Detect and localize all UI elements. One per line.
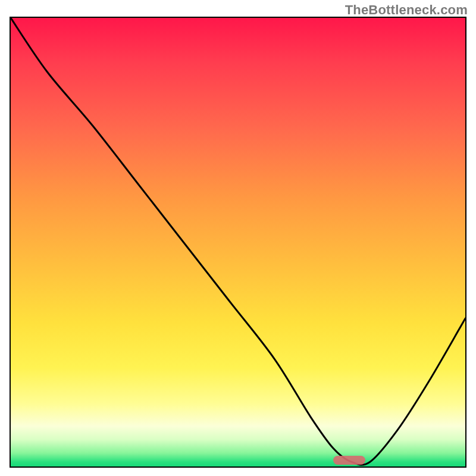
watermark-label: TheBottleneck.com bbox=[345, 2, 468, 18]
plot-area bbox=[10, 17, 466, 468]
optimal-range-marker bbox=[333, 456, 365, 465]
chart-frame: TheBottleneck.com bbox=[0, 0, 476, 476]
bottleneck-curve bbox=[11, 18, 465, 466]
